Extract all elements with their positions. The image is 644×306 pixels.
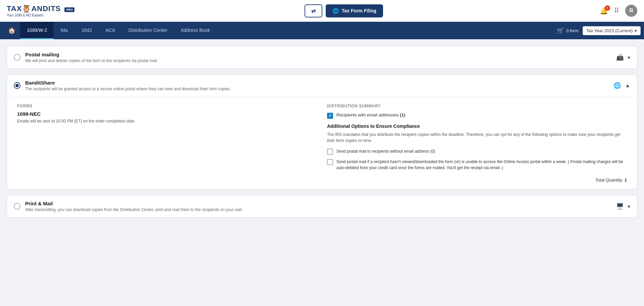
print-mail-actions: 🖥️ ▾ [616,203,630,210]
email-note: Emails will be sent at 10.00 PM (ET) on … [17,119,317,123]
nav-label-aca: ACA [105,28,115,33]
option1-checkbox[interactable] [327,149,333,155]
print-mail-text: Print & Mail After transmitting, you can… [25,201,616,212]
bandit-share-title: BanditShare [25,80,613,86]
form-name: 1099-NEC [17,111,317,117]
bandit-share-grid: Forms 1099-NEC Emails will be sent at 10… [17,104,627,183]
tax-form-filing-label: Tax Form Filing [342,8,376,13]
recipients-checkmark: ✓ [328,113,332,118]
notification-button[interactable]: 🔔 7 [600,7,608,15]
option2-row: Send postal mail if a recipient hasn't v… [327,159,627,171]
print-mail-card: Print & Mail After transmitting, you can… [7,195,637,218]
distribution-summary-label: Distribution summary [327,104,627,108]
notification-badge: 7 [605,5,610,11]
option2-checkbox[interactable] [327,159,333,165]
main-content: Postal mailing We will print and deliver… [0,39,644,230]
tax-year-chevron: ▾ [635,28,637,33]
bandit-share-header[interactable]: BanditShare The recipients will be grant… [7,74,637,97]
tax-form-filing-button[interactable]: 🌐 Tax Form Filing [326,4,383,17]
logo-text: TAX🦉ANDITS [7,4,63,13]
avatar[interactable]: R [625,5,637,17]
bandit-share-text: BanditShare The recipients will be grant… [25,80,613,91]
bandit-share-left: Forms 1099-NEC Emails will be sent at 10… [17,104,317,183]
filing-icon: 🌐 [332,8,339,14]
tax-year-label: Tax Year 2023 (Current) [586,28,633,33]
grid-icon[interactable]: ⠿ [614,7,619,15]
switch-button[interactable]: ⇄ [305,4,322,17]
postal-mailing-card: Postal mailing We will print and deliver… [7,46,637,69]
app-header: TAX🦉ANDITS PRO Your 1099 & W2 Experts ⇄ … [0,0,644,22]
tax-year-select[interactable]: Tax Year 2023 (Current) ▾ [583,26,641,35]
bandit-share-card: BanditShare The recipients will be grant… [7,74,637,190]
forms-label: Forms [17,104,317,108]
postal-mailing-header[interactable]: Postal mailing We will print and deliver… [7,46,637,68]
nav-item-1042[interactable]: 1042 [75,22,99,39]
bandit-share-actions: 🌐 ▲ [613,82,630,89]
compliance-title: Additional Options to Ensure Compliance [327,123,627,129]
postal-mailing-text: Postal mailing We will print and deliver… [25,52,616,63]
bandit-share-body: Forms 1099-NEC Emails will be sent at 10… [7,97,637,189]
nav-home-button[interactable]: 🏠 [3,27,20,34]
total-qty-value: 1 [625,177,627,183]
print-mail-subtitle: After transmitting, you can download cop… [25,207,616,212]
nav-item-94x[interactable]: 94x [54,22,75,39]
bandit-share-radio[interactable] [14,82,20,89]
logo-tagline: Your 1099 & W2 Experts [7,13,74,17]
bandit-share-right: Distribution summary ✓ Recipients with e… [327,104,627,183]
print-mail-radio[interactable] [14,203,20,210]
recipients-checkbox[interactable]: ✓ [327,113,333,119]
nav-label-1099w2: 1099/W-2 [27,28,47,33]
option1-row: Send postal mail to recipients without e… [327,148,627,155]
cart-label: 0 form [566,28,579,33]
total-quantity: Total Quantity: 1 [327,177,627,183]
nav-right: 🛒 0 form Tax Year 2023 (Current) ▾ [557,26,641,35]
postal-mailing-collapse[interactable]: ▾ [628,54,630,61]
print-mail-header[interactable]: Print & Mail After transmitting, you can… [7,195,637,217]
header-right: 🔔 7 ⠿ R [600,5,637,17]
postal-mailing-title: Postal mailing [25,52,616,57]
print-mail-title: Print & Mail [25,201,616,206]
pro-badge: PRO [64,7,74,12]
postal-mailing-actions: 📠 ▾ [616,54,630,61]
nav-label-address-book: Address Book [181,28,210,33]
postal-mailing-icon[interactable]: 📠 [616,54,624,61]
nav-item-aca[interactable]: ACA [99,22,122,39]
nav-item-1099w2[interactable]: 1099/W-2 [20,22,54,39]
nav-item-address-book[interactable]: Address Book [174,22,217,39]
bandit-share-collapse[interactable]: ▲ [625,83,630,89]
logo: TAX🦉ANDITS PRO Your 1099 & W2 Experts [7,4,74,17]
print-mail-collapse[interactable]: ▾ [628,203,630,210]
postal-mailing-subtitle: We will print and deliver copies of the … [25,58,616,63]
compliance-text: The IRS mandates that you distribute the… [327,132,627,144]
nav-label-1042: 1042 [82,28,92,33]
recipients-checkbox-label: Recipients with email addresses (1) [336,112,405,117]
option1-label: Send postal mail to recipients without e… [336,148,435,154]
nav-item-distribution-center[interactable]: Distribution Center [122,22,174,39]
postal-mailing-radio[interactable] [14,54,20,61]
bandit-share-subtitle: The recipients will be granted access to… [25,87,613,91]
recipients-checkbox-row: ✓ Recipients with email addresses (1) [327,112,627,119]
header-center: ⇄ 🌐 Tax Form Filing [88,4,600,17]
navbar: 🏠 1099/W-2 94x 1042 ACA Distribution Cen… [0,22,644,39]
owl-icon: 🦉 [22,4,31,13]
bandit-share-icon[interactable]: 🌐 [613,82,621,89]
cart-icon: 🛒 [557,27,564,34]
cart-button[interactable]: 🛒 0 form [557,27,579,34]
option2-label: Send postal mail if a recipient hasn't v… [336,159,627,171]
switch-icon: ⇄ [311,8,316,14]
print-mail-icon[interactable]: 🖥️ [616,203,624,210]
total-qty-label: Total Quantity: [595,177,623,183]
nav-label-94x: 94x [60,28,68,33]
nav-label-distribution-center: Distribution Center [128,28,167,33]
